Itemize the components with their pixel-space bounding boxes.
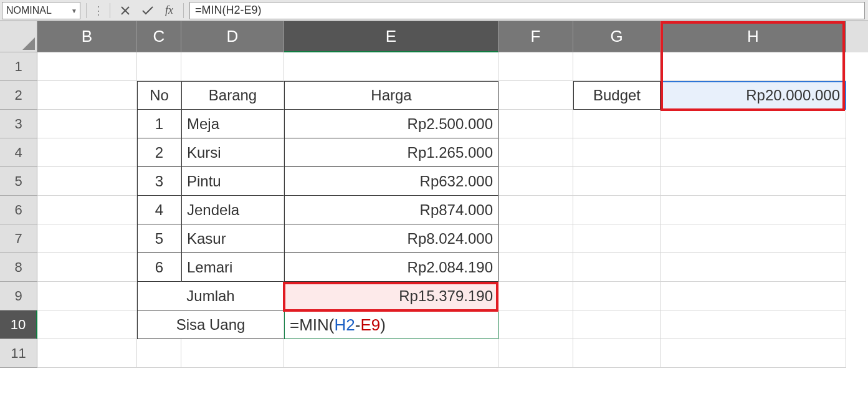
cell-F8[interactable]	[498, 253, 573, 282]
cell-C2[interactable]: No	[137, 81, 181, 110]
cell-F10[interactable]	[498, 310, 573, 339]
row-header-3[interactable]: 3	[0, 110, 37, 138]
formula-input[interactable]: =MIN(H2-E9)	[189, 2, 865, 19]
cell-H8[interactable]	[661, 253, 846, 282]
cell-F7[interactable]	[498, 224, 573, 253]
row-header-6[interactable]: 6	[0, 196, 37, 224]
cell-H11[interactable]	[661, 339, 846, 368]
cell-H10[interactable]	[661, 310, 846, 339]
cell-E2[interactable]: Harga	[284, 81, 498, 110]
cell-F2[interactable]	[498, 81, 573, 110]
cell-H9[interactable]	[661, 282, 846, 310]
cell-B6[interactable]	[37, 196, 137, 224]
row-header-7[interactable]: 7	[0, 224, 37, 253]
row-header-4[interactable]: 4	[0, 138, 37, 167]
cell-CD9-merged[interactable]: Jumlah	[137, 282, 284, 310]
col-header-D[interactable]: D	[181, 21, 284, 52]
cell-G3[interactable]	[573, 110, 661, 138]
cell-E6[interactable]: Rp874.000	[284, 196, 498, 224]
cell-D2[interactable]: Barang	[181, 81, 284, 110]
cell-G9[interactable]	[573, 282, 661, 310]
cell-G1[interactable]	[573, 52, 661, 81]
cell-H4[interactable]	[661, 138, 846, 167]
select-all-corner[interactable]	[0, 21, 37, 52]
col-header-F[interactable]: F	[498, 21, 573, 52]
cell-D7[interactable]: Kasur	[181, 224, 284, 253]
cell-G10[interactable]	[573, 310, 661, 339]
col-header-H[interactable]: H	[661, 21, 846, 52]
cell-B1[interactable]	[37, 52, 137, 81]
cell-F3[interactable]	[498, 110, 573, 138]
row-header-8[interactable]: 8	[0, 253, 37, 282]
cell-G7[interactable]	[573, 224, 661, 253]
cell-G6[interactable]	[573, 196, 661, 224]
cell-E11[interactable]	[284, 339, 498, 368]
cell-B8[interactable]	[37, 253, 137, 282]
cell-H5[interactable]	[661, 167, 846, 196]
cancel-edit-button[interactable]	[114, 2, 136, 19]
col-header-C[interactable]: C	[137, 21, 181, 52]
cell-E5[interactable]: Rp632.000	[284, 167, 498, 196]
cell-E4[interactable]: Rp1.265.000	[284, 138, 498, 167]
cell-F1[interactable]	[498, 52, 573, 81]
cell-H3[interactable]	[661, 110, 846, 138]
cell-B9[interactable]	[37, 282, 137, 310]
cell-D3[interactable]: Meja	[181, 110, 284, 138]
cell-H2[interactable]: Rp20.000.000	[661, 81, 846, 110]
cell-C6[interactable]: 4	[137, 196, 181, 224]
cell-C5[interactable]: 3	[137, 167, 181, 196]
cell-E1[interactable]	[284, 52, 498, 81]
col-header-E[interactable]: E	[284, 21, 498, 52]
cell-G5[interactable]	[573, 167, 661, 196]
cell-H6[interactable]	[661, 196, 846, 224]
cell-B4[interactable]	[37, 138, 137, 167]
cell-B7[interactable]	[37, 224, 137, 253]
cell-F6[interactable]	[498, 196, 573, 224]
cell-D6[interactable]: Jendela	[181, 196, 284, 224]
cell-F5[interactable]	[498, 167, 573, 196]
cell-C8[interactable]: 6	[137, 253, 181, 282]
col-header-G[interactable]: G	[573, 21, 661, 52]
cell-C11[interactable]	[137, 339, 181, 368]
name-box-dropdown-icon[interactable]: ▼	[71, 7, 77, 14]
cell-E3[interactable]: Rp2.500.000	[284, 110, 498, 138]
row-header-9[interactable]: 9	[0, 282, 37, 310]
cell-B2[interactable]	[37, 81, 137, 110]
cell-H7[interactable]	[661, 224, 846, 253]
cell-D4[interactable]: Kursi	[181, 138, 284, 167]
cell-B5[interactable]	[37, 167, 137, 196]
cell-B11[interactable]	[37, 339, 137, 368]
cell-F9[interactable]	[498, 282, 573, 310]
row-header-5[interactable]: 5	[0, 167, 37, 196]
cell-B3[interactable]	[37, 110, 137, 138]
cell-C7[interactable]: 5	[137, 224, 181, 253]
cell-F11[interactable]	[498, 339, 573, 368]
fx-label[interactable]: fx	[159, 4, 179, 17]
cell-D8[interactable]: Lemari	[181, 253, 284, 282]
cell-G11[interactable]	[573, 339, 661, 368]
row-header-10[interactable]: 10	[0, 310, 37, 339]
cell-E10-editing[interactable]: =MIN(H2-E9)	[284, 310, 498, 339]
row-header-1[interactable]: 1	[0, 52, 37, 81]
cell-D5[interactable]: Pintu	[181, 167, 284, 196]
cell-D11[interactable]	[181, 339, 284, 368]
cell-E8[interactable]: Rp2.084.190	[284, 253, 498, 282]
cell-D1[interactable]	[181, 52, 284, 81]
cell-C4[interactable]: 2	[137, 138, 181, 167]
confirm-edit-button[interactable]	[136, 2, 159, 19]
row-header-11[interactable]: 11	[0, 339, 37, 368]
cell-E7[interactable]: Rp8.024.000	[284, 224, 498, 253]
menu-dots-icon[interactable]: ⋮	[90, 4, 106, 17]
cell-CD10-merged[interactable]: Sisa Uang	[137, 310, 284, 339]
cell-E9[interactable]: Rp15.379.190	[284, 282, 498, 310]
cell-F4[interactable]	[498, 138, 573, 167]
cell-G4[interactable]	[573, 138, 661, 167]
name-box[interactable]: NOMINAL ▼	[2, 2, 80, 19]
cell-H1[interactable]	[661, 52, 846, 81]
cell-G2[interactable]: Budget	[573, 81, 661, 110]
row-header-2[interactable]: 2	[0, 81, 37, 110]
cell-C1[interactable]	[137, 52, 181, 81]
cell-C3[interactable]: 1	[137, 110, 181, 138]
col-header-B[interactable]: B	[37, 21, 137, 52]
cell-G8[interactable]	[573, 253, 661, 282]
